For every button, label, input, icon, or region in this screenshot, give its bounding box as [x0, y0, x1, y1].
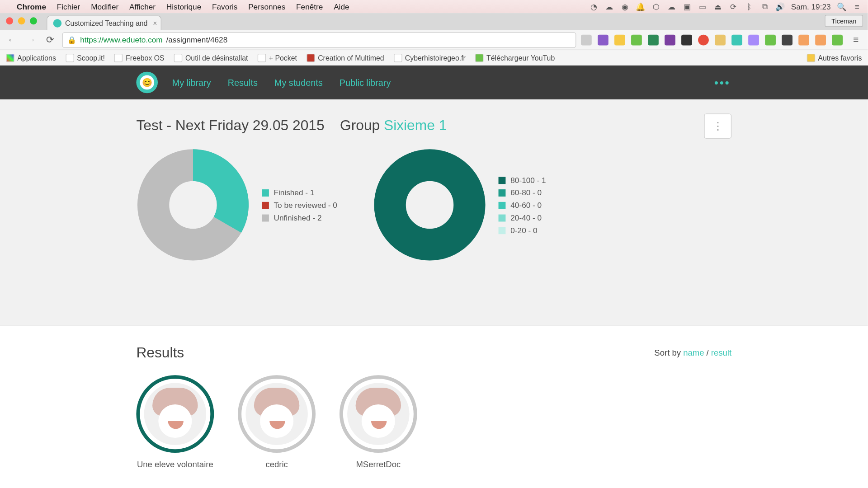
- extension-icon[interactable]: [681, 34, 692, 45]
- extension-icon[interactable]: [832, 34, 843, 45]
- mac-menu-item[interactable]: Personnes: [248, 2, 285, 11]
- chrome-menu-icon[interactable]: ≡: [849, 33, 863, 47]
- extension-icon[interactable]: [798, 34, 809, 45]
- mac-menu-item[interactable]: Fenêtre: [296, 2, 323, 11]
- menubar-gdrive-icon[interactable]: ◔: [589, 2, 599, 11]
- options-button[interactable]: ⋮: [704, 113, 731, 139]
- extension-icon[interactable]: [614, 34, 625, 45]
- legend-row: To be reviewed - 0: [262, 201, 337, 210]
- avatar: [136, 375, 214, 453]
- extension-icon[interactable]: [598, 34, 609, 45]
- extension-icon[interactable]: [698, 34, 709, 45]
- browser-tab[interactable]: Customized Teaching and ×: [47, 15, 161, 30]
- legend-label: 60-80 - 0: [510, 188, 542, 197]
- nav-my-library[interactable]: My library: [172, 77, 211, 87]
- menubar-app-icon[interactable]: ◉: [620, 2, 630, 11]
- mac-menu-item[interactable]: Historique: [166, 2, 201, 11]
- student-card[interactable]: Une eleve volontaire: [136, 375, 214, 469]
- bookmark-item[interactable]: Outil de désinstallat: [174, 53, 248, 62]
- bookmark-label: Cyberhistoiregeo.fr: [405, 53, 466, 62]
- nav-my-students[interactable]: My students: [274, 77, 323, 87]
- menubar-notification-icon[interactable]: 🔔: [636, 2, 645, 11]
- sort-by-name[interactable]: name: [683, 347, 704, 357]
- bookmarks-bar: Applications Scoop.it! Freebox OS Outil …: [0, 50, 868, 66]
- menubar-eject-icon[interactable]: ⏏: [713, 2, 723, 11]
- extension-icon[interactable]: [665, 34, 675, 45]
- menubar-screenshot-icon[interactable]: ▣: [682, 2, 692, 11]
- tab-close-icon[interactable]: ×: [153, 19, 157, 28]
- nav-results[interactable]: Results: [228, 77, 258, 87]
- avatar-face-icon: [347, 383, 409, 445]
- bookmark-apps[interactable]: Applications: [6, 53, 56, 62]
- back-button[interactable]: ←: [5, 33, 19, 47]
- extension-icon[interactable]: [748, 34, 759, 45]
- mac-menu-item[interactable]: Modifier: [91, 2, 118, 11]
- extension-icon[interactable]: [715, 34, 726, 45]
- menubar-cloud-icon[interactable]: ☁: [604, 2, 614, 11]
- assignment-title: Test - Next Friday 29.05 2015: [136, 117, 324, 134]
- results-heading: Results: [136, 344, 184, 361]
- other-bookmarks[interactable]: Autres favoris: [807, 53, 862, 62]
- bookmark-item[interactable]: + Pocket: [258, 53, 297, 62]
- group-name[interactable]: Sixieme 1: [384, 117, 447, 133]
- legend-swatch-icon: [499, 202, 506, 209]
- forward-button[interactable]: →: [24, 33, 38, 47]
- mac-app-name[interactable]: Chrome: [17, 2, 46, 11]
- extension-icon[interactable]: [815, 34, 826, 45]
- maximize-window-button[interactable]: [30, 17, 37, 24]
- chrome-profile-button[interactable]: Ticeman: [825, 15, 863, 27]
- extension-icon[interactable]: [731, 34, 742, 45]
- legend-label: 40-60 - 0: [510, 201, 542, 210]
- sort-by-result[interactable]: result: [711, 347, 731, 357]
- mac-menu-item[interactable]: Afficher: [129, 2, 156, 11]
- address-bar[interactable]: 🔒 https://www.edueto.com/assignment/4628: [62, 32, 576, 47]
- svg-point-1: [390, 165, 470, 245]
- menubar-bluetooth-icon[interactable]: ᛒ: [745, 2, 754, 11]
- score-legend: 80-100 - 1 60-80 - 0 40-60 - 0 20-40 - 0…: [499, 175, 546, 235]
- tab-favicon-icon: [53, 19, 62, 28]
- student-card[interactable]: MSerretDoc: [340, 375, 417, 469]
- nav-public-library[interactable]: Public library: [340, 77, 391, 87]
- menubar-display-icon[interactable]: ▭: [698, 2, 707, 11]
- header-more-icon[interactable]: •••: [714, 75, 731, 89]
- sort-label: Sort by: [654, 347, 683, 357]
- bookmark-item[interactable]: Freebox OS: [114, 53, 165, 62]
- bookmark-item[interactable]: Cyberhistoiregeo.fr: [394, 53, 466, 62]
- menubar-clock[interactable]: Sam. 19:23: [791, 2, 831, 11]
- legend-label: 20-40 - 0: [510, 213, 542, 222]
- extension-icon[interactable]: [581, 34, 592, 45]
- notification-center-icon[interactable]: ≡: [852, 2, 862, 11]
- legend-swatch-icon: [262, 189, 269, 196]
- bookmark-item[interactable]: Creation of Multimed: [307, 53, 384, 62]
- chrome-profile-label: Ticeman: [831, 17, 856, 24]
- extension-icon[interactable]: [631, 34, 642, 45]
- avatar-face-icon: [144, 383, 206, 445]
- legend-swatch-icon: [262, 202, 269, 209]
- mac-menubar: Chrome Fichier Modifier Afficher Histori…: [0, 0, 868, 13]
- legend-label: To be reviewed - 0: [274, 201, 337, 210]
- extension-icon[interactable]: [765, 34, 776, 45]
- browser-toolbar: ← → ⟳ 🔒 https://www.edueto.com/assignmen…: [0, 30, 868, 50]
- menubar-wifi-icon[interactable]: ⧉: [760, 2, 769, 11]
- menubar-dropbox-icon[interactable]: ⬡: [651, 2, 660, 11]
- legend-label: Finished - 1: [274, 188, 314, 197]
- menubar-volume-icon[interactable]: 🔊: [775, 2, 785, 11]
- mac-menu-item[interactable]: Favoris: [212, 2, 237, 11]
- menubar-sync-icon[interactable]: ⟳: [729, 2, 738, 11]
- student-card[interactable]: cedric: [238, 375, 316, 469]
- mac-menu-item[interactable]: Aide: [334, 2, 349, 11]
- bookmark-item[interactable]: Scoop.it!: [66, 53, 105, 62]
- bookmark-item[interactable]: Téléchargeur YouTub: [475, 53, 555, 62]
- reload-button[interactable]: ⟳: [43, 33, 57, 47]
- spotlight-icon[interactable]: 🔍: [837, 2, 846, 11]
- mac-menu-item[interactable]: Fichier: [57, 2, 80, 11]
- extension-icon[interactable]: [648, 34, 659, 45]
- app-logo[interactable]: 😊: [136, 72, 158, 94]
- minimize-window-button[interactable]: [18, 17, 25, 24]
- extension-icon[interactable]: [782, 34, 793, 45]
- legend-swatch-icon: [262, 214, 269, 221]
- avatar: [238, 375, 316, 453]
- close-window-button[interactable]: [6, 17, 13, 24]
- menubar-onedrive-icon[interactable]: ☁: [667, 2, 676, 11]
- app-nav: My library Results My students Public li…: [172, 77, 391, 87]
